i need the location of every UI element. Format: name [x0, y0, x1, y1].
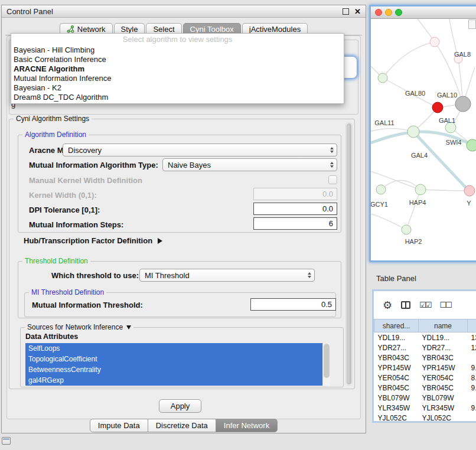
table-toolbar: ⚙ ☑☑ ☐☐ — [374, 291, 476, 319]
network-edge — [371, 214, 406, 230]
list-scrollbar[interactable] — [322, 343, 330, 386]
settings-scrollbar-thumb[interactable] — [347, 123, 351, 384]
network-node[interactable] — [378, 73, 387, 83]
attribute-table-header-row: shared...name — [374, 319, 476, 332]
table-cell: YPR145W — [419, 363, 468, 373]
network-canvas-area[interactable]: GAL8GAL80GAL10GAL11GAL1SWI4GAL4GCY1HAP4Y… — [371, 19, 476, 260]
manual-kernel-label: Manual Kernel Width Definition — [29, 176, 142, 185]
algorithm-option[interactable]: Basic Correlation Inference — [11, 55, 344, 64]
manual-kernel-checkbox — [328, 175, 337, 184]
network-node[interactable] — [430, 37, 439, 47]
bottom-tab-discretize-data[interactable]: Discretize Data — [148, 419, 216, 432]
bottom-tab-impute-data[interactable]: Impute Data — [90, 419, 148, 432]
table-cell: YLR345W — [374, 403, 419, 413]
table-row[interactable]: YBR045CYBR045C9. — [374, 383, 476, 393]
threshold-definition-title: Threshold Definition — [22, 257, 90, 265]
table-cell: YPR145W — [374, 363, 419, 373]
table-row[interactable]: YJL052CYJL052C — [374, 413, 476, 423]
gear-icon[interactable]: ⚙ — [383, 300, 392, 311]
sources-title[interactable]: Sources for Network Inference — [25, 323, 133, 331]
table-row[interactable]: YBL079WYBL079W — [374, 393, 476, 403]
table-panel-title: Table Panel — [376, 274, 416, 283]
zoom-traffic-light-icon[interactable] — [395, 9, 402, 16]
table-cell: 13 — [468, 332, 476, 343]
table-row[interactable]: YDL19...YDL19...13 — [374, 332, 476, 343]
table-row[interactable]: YBR043CYBR043C — [374, 353, 476, 363]
algorithm-option[interactable]: Bayesian - Hill Climbing — [11, 45, 344, 55]
table-cell — [468, 393, 476, 403]
network-edge — [406, 190, 420, 230]
attribute-table-body: YDL19...YDL19...13YDR27...YDR27...12YBR0… — [374, 332, 476, 423]
minimized-panel-icon[interactable] — [2, 437, 11, 445]
network-node[interactable] — [407, 126, 419, 138]
table-cell: YBR045C — [374, 383, 419, 393]
table-panel-window: ⚙ ☑☑ ☐☐ shared...name YDL19...YDL19...13… — [372, 289, 476, 423]
table-row[interactable]: YLR345WYLR345W9. — [374, 403, 476, 413]
attribute-list-item[interactable]: TopologicalCoefficient — [25, 354, 322, 364]
network-window-titlebar[interactable] — [371, 6, 476, 19]
network-node[interactable] — [464, 185, 475, 196]
which-threshold-select[interactable]: MI Threshold — [139, 269, 315, 282]
network-node-label: GAL80 — [405, 90, 425, 97]
tab-label: jActiveModules — [249, 25, 301, 34]
which-threshold-value: MI Threshold — [145, 271, 190, 280]
column-header[interactable]: shared... — [374, 319, 419, 332]
list-scrollbar-thumb[interactable] — [324, 344, 330, 378]
mi-type-select[interactable]: Naive Bayes — [162, 158, 337, 171]
hub-definition-toggle[interactable]: Hub/Transcription Factor Definition — [24, 236, 162, 245]
combo-stepper-icon — [308, 272, 311, 278]
unchecked-boxes-icon[interactable]: ☐☐ — [439, 301, 451, 309]
table-row[interactable]: YPR145WYPR145W9. — [374, 363, 476, 373]
tab-label: Network — [77, 25, 106, 34]
close-panel-icon[interactable]: ✕ — [354, 8, 361, 15]
network-scrollbar-fragment[interactable] — [468, 19, 476, 29]
attribute-list-item[interactable]: SelfLoops — [25, 343, 322, 354]
columns-icon[interactable] — [401, 301, 410, 309]
control-panel-titlebar[interactable]: Control Panel ✕ — [2, 5, 366, 18]
table-cell: YBL079W — [374, 393, 419, 403]
table-row[interactable]: YDR27...YDR27...12 — [374, 343, 476, 353]
mi-steps-input[interactable]: 6 — [253, 217, 337, 230]
settings-scrollbar[interactable] — [345, 122, 353, 386]
table-cell: YDL19... — [374, 332, 419, 343]
settings-group-title: Cyni Algorithm Settings — [14, 115, 92, 123]
table-cell: YDR27... — [374, 343, 419, 353]
data-attribute-list[interactable]: SelfLoopsTopologicalCoefficientBetweenne… — [25, 343, 330, 386]
table-row[interactable]: YER054CYER054C8. — [374, 373, 476, 383]
collapsed-arrow-icon — [158, 238, 162, 244]
tab-label: Style — [121, 25, 138, 34]
bottom-tab-infer-network[interactable]: Infer Network — [216, 419, 278, 432]
mi-type-value: Naive Bayes — [168, 161, 211, 169]
network-node[interactable] — [402, 225, 411, 234]
algorithm-option[interactable]: Dream8 DC_TDC Algorithm — [11, 93, 344, 102]
network-node[interactable] — [376, 185, 386, 194]
mi-threshold-input[interactable]: 0.5 — [250, 298, 336, 311]
checked-boxes-icon[interactable]: ☑☑ — [419, 301, 431, 309]
network-node[interactable] — [467, 139, 476, 151]
window-title: Control Panel — [6, 7, 53, 16]
dpi-tolerance-input[interactable]: 0.0 — [253, 203, 337, 215]
algorithm-option[interactable]: Mutual Information Inference — [11, 74, 344, 83]
attribute-list-item[interactable]: BetweennessCentrality — [25, 364, 322, 375]
minimize-traffic-light-icon[interactable] — [385, 9, 392, 16]
application-canvas: Control Panel ✕ NetworkStyleSelectCyni T… — [0, 0, 476, 450]
apply-button[interactable]: Apply — [159, 399, 201, 413]
column-header[interactable] — [468, 319, 476, 332]
table-cell: YER054C — [374, 373, 419, 383]
network-node[interactable] — [415, 184, 426, 195]
which-threshold-label: Which threshold to use: — [51, 271, 139, 280]
table-cell: 9. — [468, 383, 476, 393]
network-node[interactable] — [432, 102, 443, 113]
table-cell: 9. — [468, 403, 476, 413]
table-cell: 9. — [468, 363, 476, 373]
aracne-mode-select[interactable]: Discovery — [63, 144, 337, 156]
column-header[interactable]: name — [419, 319, 468, 332]
network-node-label: HAP2 — [405, 238, 422, 245]
network-node[interactable] — [455, 96, 471, 112]
attribute-list-item[interactable]: gal4RGexp — [25, 375, 322, 386]
close-traffic-light-icon[interactable] — [375, 9, 382, 16]
algorithm-option[interactable]: Bayesian - K2 — [11, 83, 344, 93]
network-canvas[interactable]: GAL8GAL80GAL10GAL11GAL1SWI4GAL4GCY1HAP4Y… — [371, 19, 476, 260]
algorithm-option[interactable]: ARACNE Algorithm — [11, 64, 344, 74]
float-panel-icon[interactable] — [343, 8, 349, 15]
